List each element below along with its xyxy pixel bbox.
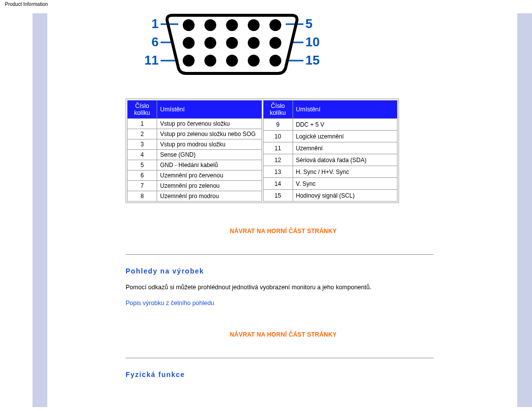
pin-desc: GND - Hledání kabelů (157, 160, 262, 171)
table-row: 7Uzemnění pro zelenou (128, 181, 262, 191)
table-row: 12Sériová datová řada (SDA) (263, 154, 398, 166)
section-heading-views: Pohledy na výrobek (126, 267, 441, 275)
pin-desc: V. Sync (293, 178, 398, 190)
pin-desc: Hodinový signál (SCL) (293, 190, 398, 202)
pin-desc: Sense (GND) (157, 150, 262, 160)
pin-label-5: 5 (305, 16, 312, 31)
pin-desc: Uzemnění pro modrou (157, 191, 262, 202)
table-row: 5GND - Hledání kabelů (128, 160, 262, 171)
table-row: 10Logické uzemnění (263, 131, 398, 142)
pin-number: 11 (263, 142, 293, 154)
left-decorative-stripe (33, 13, 47, 407)
svg-point-16 (183, 55, 195, 67)
table-row: 2Vstup pro zelenou složku nebo SOG (128, 129, 262, 139)
table-row: 8Uzemnění pro modrou (128, 191, 262, 202)
pin-label-11: 11 (144, 53, 159, 68)
pin-label-15: 15 (305, 53, 320, 68)
pin-number: 13 (263, 166, 293, 178)
pin-desc: Uzemnění pro zelenou (157, 181, 262, 191)
divider-2 (126, 358, 433, 358)
pin-desc: DDC + 5 V (293, 119, 398, 131)
svg-point-9 (248, 19, 260, 31)
pin-number: 3 (128, 139, 157, 150)
table-row: 14V. Sync (263, 178, 398, 190)
pin-desc: Uzemnění (293, 142, 398, 154)
section-heading-physical: Fyzická funkce (126, 371, 441, 378)
col-header-loc-left: Umístění (157, 101, 262, 119)
back-to-top-link-1[interactable]: NÁVRAT NA HORNÍ ČÁST STRÁNKY (126, 228, 441, 235)
pin-number: 4 (128, 150, 157, 160)
pin-number: 7 (128, 181, 157, 191)
pin-number: 8 (128, 191, 157, 202)
divider-1 (126, 254, 433, 255)
page-header: Product Information (0, 0, 532, 8)
pin-label-10: 10 (305, 34, 320, 49)
pin-assignment-table: Číslo kolíku Umístění 1Vstup pro červeno… (126, 99, 399, 203)
col-header-pin-right: Číslo kolíku (263, 101, 293, 119)
pin-label-6: 6 (152, 34, 159, 49)
pin-table-left: Číslo kolíku Umístění 1Vstup pro červeno… (127, 100, 262, 202)
svg-point-20 (269, 55, 281, 67)
pin-number: 2 (128, 129, 157, 139)
pin-number: 9 (263, 119, 293, 131)
svg-point-7 (204, 19, 216, 31)
pin-desc: Vstup pro zelenou složku nebo SOG (157, 129, 262, 139)
section-body-views: Pomocí odkazů si můžete prohlédnout jedn… (126, 284, 441, 291)
svg-point-8 (226, 19, 238, 31)
table-row: 15Hodinový signál (SCL) (263, 190, 398, 202)
pin-number: 10 (263, 131, 293, 142)
svg-point-11 (183, 37, 195, 49)
svg-point-12 (204, 37, 216, 49)
svg-point-6 (183, 19, 195, 31)
footer-file-path: file:///E|/PHILIPS/221E/221E CD MANUAL/2… (0, 407, 532, 411)
svg-point-13 (226, 37, 238, 49)
table-row: 11Uzemnění (263, 142, 398, 154)
pin-desc: Sériová datová řada (SDA) (293, 154, 398, 166)
table-row: 9DDC + 5 V (263, 119, 398, 131)
col-header-loc-right: Umístění (293, 101, 398, 119)
pin-desc: Vstup pro modrou složku (157, 139, 262, 150)
table-row: 3Vstup pro modrou složku (128, 139, 262, 150)
svg-point-18 (226, 55, 238, 67)
pin-number: 15 (263, 190, 293, 202)
back-to-top-link-2[interactable]: NÁVRAT NA HORNÍ ČÁST STRÁNKY (126, 331, 441, 338)
table-row: 1Vstup pro červenou složku (128, 119, 262, 129)
vga-connector-diagram: 1 6 11 5 10 15 (138, 13, 441, 79)
pin-number: 12 (263, 154, 293, 166)
pin-desc: Uzemnění pro červenou (157, 171, 262, 181)
pin-desc: Vstup pro červenou složku (157, 119, 262, 129)
svg-point-14 (248, 37, 260, 49)
pin-number: 1 (128, 119, 157, 129)
svg-point-15 (269, 37, 281, 49)
page-body: 1 6 11 5 10 15 (20, 13, 512, 407)
svg-point-10 (269, 19, 281, 31)
link-front-view[interactable]: Popis výrobku z čelního pohledu (126, 300, 441, 307)
pin-desc: Logické uzemnění (293, 131, 398, 142)
pin-number: 5 (128, 160, 157, 171)
svg-point-19 (248, 55, 260, 67)
table-row: 13H. Sync / H+V. Sync (263, 166, 398, 178)
pin-table-right: Číslo kolíku Umístění 9DDC + 5 V10Logick… (263, 100, 398, 202)
table-row: 6Uzemnění pro červenou (128, 171, 262, 181)
right-decorative-stripe (517, 13, 532, 407)
pin-number: 14 (263, 178, 293, 190)
table-row: 4Sense (GND) (128, 150, 262, 160)
pin-label-1: 1 (152, 16, 159, 31)
svg-point-17 (204, 55, 216, 67)
main-content: 1 6 11 5 10 15 (126, 13, 441, 407)
pin-desc: H. Sync / H+V. Sync (293, 166, 398, 178)
col-header-pin-left: Číslo kolíku (128, 101, 157, 119)
pin-number: 6 (128, 171, 157, 181)
